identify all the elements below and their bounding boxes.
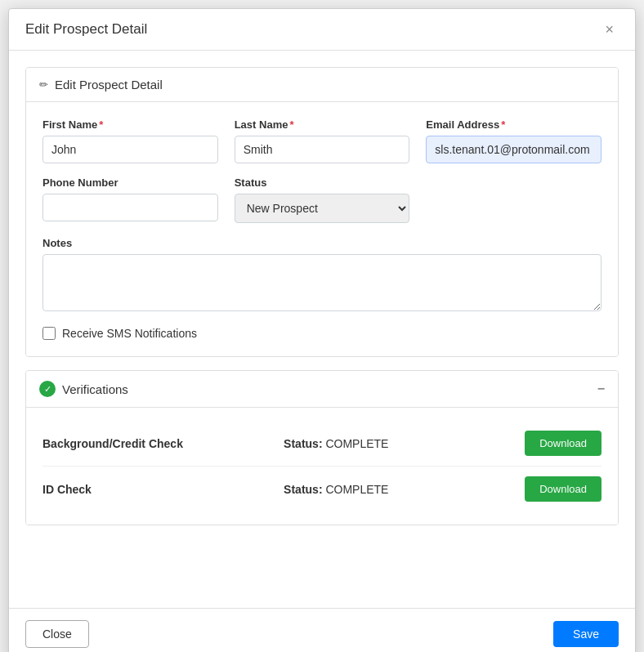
email-required: *	[501, 118, 505, 131]
phone-input[interactable]	[42, 194, 218, 221]
collapse-icon[interactable]: −	[597, 382, 605, 396]
card-body: First Name* Last Name* Email Address*	[26, 102, 618, 356]
verification-name-1: Background/Credit Check	[42, 437, 284, 450]
last-name-group: Last Name*	[235, 118, 410, 163]
status-value-1: COMPLETE	[325, 437, 388, 450]
verifications-check-icon: ✓	[39, 381, 56, 397]
modal: Edit Prospect Detail × ✏ Edit Prospect D…	[8, 8, 636, 652]
notes-textarea[interactable]	[42, 254, 602, 311]
verifications-body: Background/Credit Check Status: COMPLETE…	[26, 408, 618, 525]
sms-checkbox-row: Receive SMS Notifications	[42, 327, 602, 340]
edit-prospect-card: ✏ Edit Prospect Detail First Name* L	[25, 67, 619, 357]
download-button-1[interactable]: Download	[525, 431, 602, 456]
email-label: Email Address*	[426, 118, 602, 131]
verifications-header: ✓ Verifications −	[26, 371, 618, 408]
notes-group: Notes	[42, 236, 602, 314]
save-button[interactable]: Save	[553, 621, 619, 647]
sms-checkbox[interactable]	[42, 327, 56, 340]
status-label: Status	[235, 176, 410, 189]
status-label-2: Status:	[284, 483, 325, 496]
notes-label: Notes	[42, 237, 72, 249]
status-label-1: Status:	[284, 437, 325, 450]
status-group: Status New Prospect Active Inactive Clos…	[235, 176, 410, 223]
verifications-card: ✓ Verifications − Background/Credit Chec…	[25, 370, 619, 525]
first-name-required: *	[99, 118, 103, 131]
verification-status-1: Status: COMPLETE	[284, 437, 525, 450]
form-row-2: Phone Number Status New Prospect Active …	[42, 176, 602, 223]
first-name-label: First Name*	[42, 118, 218, 131]
status-select[interactable]: New Prospect Active Inactive Closed	[235, 194, 410, 223]
pencil-icon: ✏	[39, 78, 48, 91]
verifications-title-text: Verifications	[62, 382, 128, 396]
modal-title: Edit Prospect Detail	[25, 21, 147, 38]
verification-status-2: Status: COMPLETE	[284, 483, 525, 496]
table-row: Background/Credit Check Status: COMPLETE…	[42, 421, 602, 467]
last-name-input[interactable]	[235, 136, 410, 163]
email-group: Email Address*	[426, 118, 602, 163]
modal-body: ✏ Edit Prospect Detail First Name* L	[9, 51, 635, 608]
form-row-1: First Name* Last Name* Email Address*	[42, 118, 602, 163]
first-name-group: First Name*	[42, 118, 218, 163]
spacer-group	[426, 176, 602, 223]
status-value-2: COMPLETE	[325, 483, 388, 496]
phone-group: Phone Number	[42, 176, 218, 223]
phone-label: Phone Number	[42, 176, 218, 189]
modal-footer: Close Save	[9, 608, 635, 652]
verifications-title: ✓ Verifications	[39, 381, 128, 397]
modal-close-button[interactable]: ×	[600, 20, 619, 38]
verification-name-2: ID Check	[42, 483, 284, 496]
last-name-required: *	[289, 118, 293, 131]
card-header-title: ✏ Edit Prospect Detail	[39, 78, 163, 92]
sms-checkbox-label[interactable]: Receive SMS Notifications	[62, 327, 197, 340]
first-name-input[interactable]	[42, 136, 218, 163]
card-header: ✏ Edit Prospect Detail	[26, 68, 618, 102]
last-name-label: Last Name*	[235, 118, 410, 131]
email-input[interactable]	[426, 136, 602, 163]
download-button-2[interactable]: Download	[525, 476, 602, 502]
table-row: ID Check Status: COMPLETE Download	[42, 467, 602, 511]
modal-header: Edit Prospect Detail ×	[9, 9, 635, 51]
card-title-text: Edit Prospect Detail	[55, 78, 163, 92]
close-button[interactable]: Close	[25, 620, 89, 648]
